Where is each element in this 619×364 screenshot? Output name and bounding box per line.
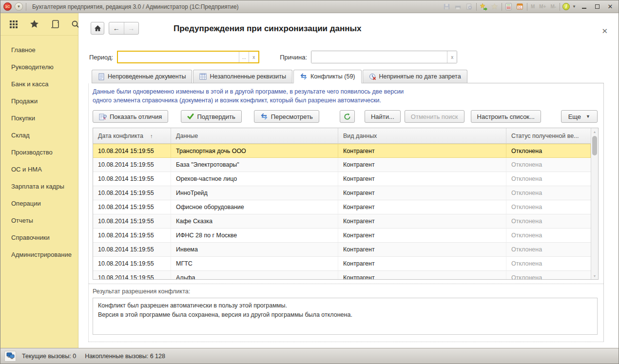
cell-date: 10.08.2014 15:19:55 xyxy=(93,271,171,280)
cell-data: Кафе Сказка xyxy=(171,214,338,228)
cell-date: 10.08.2014 15:19:55 xyxy=(93,229,171,242)
sidebar-menu: ГлавноеРуководителюБанк и кассаПродажиПо… xyxy=(0,36,78,263)
table-row[interactable]: 10.08.2014 15:19:55Офисное оборудованиеК… xyxy=(93,200,591,214)
scroll-down-icon[interactable]: ▼ xyxy=(591,272,598,279)
print-icon xyxy=(454,2,463,11)
table-row[interactable]: 10.08.2014 15:19:55АльфаКонтрагентОтклон… xyxy=(93,271,591,280)
period-clear-button[interactable]: x xyxy=(249,52,258,62)
menu-grid-icon[interactable] xyxy=(9,19,18,29)
table-row[interactable]: 10.08.2014 15:19:55ИнноТрейдКонтрагентОт… xyxy=(93,186,591,200)
cell-status: Отклонена xyxy=(506,271,591,280)
period-input[interactable] xyxy=(118,52,239,62)
cell-status: Отклонена xyxy=(506,214,591,228)
table-scrollbar[interactable]: ▲ ▼ xyxy=(591,128,598,279)
more-button[interactable]: Еще▼ xyxy=(561,110,598,123)
scroll-up-icon[interactable]: ▲ xyxy=(591,128,598,135)
filter-row: Период: ... x Причина: x xyxy=(89,51,457,63)
review-button[interactable]: Пересмотреть xyxy=(254,110,319,123)
close-window-button[interactable]: ✕ xyxy=(605,2,616,11)
conflict-table-body: 10.08.2014 15:19:55Транспортная дочь ООО… xyxy=(93,144,591,280)
table-row[interactable]: 10.08.2014 15:19:55Орехов-частное лицоКо… xyxy=(93,172,591,186)
sidebar-item-pokupki[interactable]: Покупки xyxy=(0,110,78,127)
refresh-button[interactable] xyxy=(340,110,355,123)
cell-date: 10.08.2014 15:19:55 xyxy=(93,257,171,270)
button-label: Отменить поиск xyxy=(411,113,458,120)
sidebar-item-prodazhi[interactable]: Продажи xyxy=(0,93,78,110)
sidebar-item-otchety[interactable]: Отчеты xyxy=(0,212,78,229)
titlebar-separator xyxy=(527,3,527,11)
sidebar-item-sklad[interactable]: Склад xyxy=(0,127,78,144)
sidebar-item-os-i-nma[interactable]: ОС и НМА xyxy=(0,161,78,178)
calendar-icon[interactable]: 31 xyxy=(516,2,524,11)
current-calls-text: Текущие вызовы: 0 xyxy=(22,353,76,360)
sidebar-item-proizvodstvo[interactable]: Производство xyxy=(0,144,78,161)
content-area: ← → Предупреждения при синхронизации дан… xyxy=(78,13,619,348)
home-button[interactable] xyxy=(91,22,104,35)
history-icon[interactable] xyxy=(51,19,59,29)
tab-neprinyatye-po-date-zapreta[interactable]: Непринятые по дате запрета xyxy=(363,70,467,83)
table-row[interactable]: 10.08.2014 15:19:55ИФНС 28 по г МосквеКо… xyxy=(93,229,591,243)
calculator-icon[interactable] xyxy=(504,2,513,11)
period-label: Период: xyxy=(89,54,113,61)
result-text-box: Конфликт был разрешен автоматически в по… xyxy=(93,298,598,335)
column-header-date[interactable]: Дата конфликта ↑ xyxy=(93,128,171,143)
sidebar-item-rukovoditelyu[interactable]: Руководителю xyxy=(0,58,78,76)
configure-list-button[interactable]: Настроить список... xyxy=(471,110,541,123)
column-header-data[interactable]: Данные xyxy=(171,128,338,143)
column-header-kind[interactable]: Вид данных xyxy=(338,128,506,143)
sidebar-item-bank-i-kassa[interactable]: Банк и касса xyxy=(0,76,78,93)
reason-input[interactable] xyxy=(311,51,447,63)
forward-button[interactable]: → xyxy=(124,22,139,34)
cell-data: Орехов-частное лицо xyxy=(171,172,338,186)
tab-nezapolnennye-rekvizity[interactable]: Незаполненные реквизиты xyxy=(193,70,292,83)
titlebar-separator xyxy=(476,3,477,11)
cell-date: 10.08.2014 15:19:55 xyxy=(93,214,171,228)
table-row[interactable]: 10.08.2014 15:19:55База "Электротовары"К… xyxy=(93,158,591,172)
table-row[interactable]: 10.08.2014 15:19:55Кафе СказкаКонтрагент… xyxy=(93,214,591,229)
sidebar-item-zarplata-i-kadry[interactable]: Зарплата и кадры xyxy=(0,178,78,195)
document-icon xyxy=(98,73,105,80)
scrollbar-thumb[interactable] xyxy=(592,136,597,155)
sidebar-item-administrirovanie[interactable]: Администрирование xyxy=(0,246,78,263)
cell-status: Отклонена xyxy=(506,158,591,172)
1c-logo-icon: 1С xyxy=(3,2,12,11)
sidebar-item-operatsii[interactable]: Операции xyxy=(0,195,78,212)
cell-status: Отклонена xyxy=(506,243,591,256)
info-icon[interactable]: i xyxy=(562,3,570,10)
cell-status: Отклонена xyxy=(506,257,591,270)
table-row[interactable]: 10.08.2014 15:19:55Транспортная дочь ООО… xyxy=(93,144,591,158)
info-dropdown-icon[interactable]: ▼ xyxy=(572,4,576,9)
show-differences-button[interactable]: Показать отличия xyxy=(93,110,168,123)
save-icon xyxy=(443,2,451,11)
minimize-button[interactable] xyxy=(579,2,589,11)
favorites-star-icon[interactable] xyxy=(30,19,39,29)
accumulated-calls-text: Накопленные вызовы: 6 128 xyxy=(85,353,165,360)
cell-data: Инвема xyxy=(171,243,338,256)
table-row[interactable]: 10.08.2014 15:19:55ИнвемаКонтрагентОткло… xyxy=(93,243,591,257)
column-header-status[interactable]: Статус полученной ве... xyxy=(506,128,591,143)
splitter[interactable] xyxy=(89,284,603,284)
form-close-icon[interactable]: ✕ xyxy=(601,27,608,36)
titlebar-separator xyxy=(26,3,26,11)
tab-label: Непринятые по дате запрета xyxy=(379,73,461,80)
print-preview-icon xyxy=(465,2,474,11)
find-button[interactable]: Найти... xyxy=(365,110,401,123)
system-menu-button[interactable]: ▼ xyxy=(15,2,23,11)
table-row[interactable]: 10.08.2014 15:19:55МГТСКонтрагентОтклоне… xyxy=(93,257,591,271)
titlebar-separator xyxy=(502,3,502,11)
diff-icon xyxy=(99,113,107,120)
confirm-button[interactable]: Подтвердить xyxy=(181,110,241,123)
cell-kind: Контрагент xyxy=(338,271,506,280)
tab-neprovedennye-dokumenty[interactable]: Непроведенные документы xyxy=(92,70,192,83)
period-picker-button[interactable]: ... xyxy=(239,52,249,62)
sidebar-item-glavnoe[interactable]: Главное xyxy=(0,41,78,58)
go-to-favorites-icon[interactable] xyxy=(479,2,488,11)
reason-clear-button[interactable]: x xyxy=(447,51,457,63)
maximize-button[interactable] xyxy=(592,2,602,11)
back-button[interactable]: ← xyxy=(109,22,124,34)
tab-konflikty[interactable]: Конфликты (59) xyxy=(293,70,361,83)
sidebar-item-spravochniki[interactable]: Справочники xyxy=(0,229,78,246)
conflicts-toolbar: Показать отличияПодтвердитьПересмотретьН… xyxy=(93,110,598,123)
button-label: Найти... xyxy=(371,113,394,120)
cell-date: 10.08.2014 15:19:55 xyxy=(93,144,171,157)
